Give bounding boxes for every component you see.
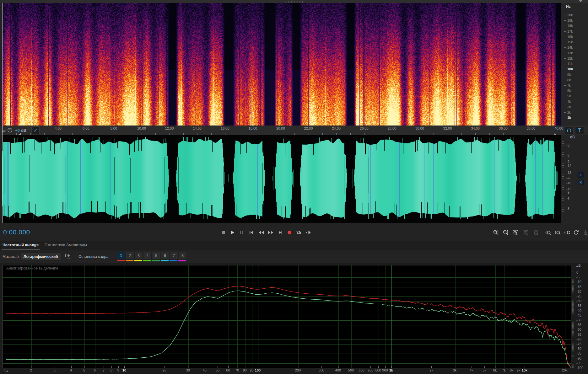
hold-frame-button-4[interactable]: 4 bbox=[143, 252, 152, 259]
waveform-db-label: -3 bbox=[566, 207, 569, 211]
panel-menu-icon[interactable]: ≡ bbox=[34, 243, 36, 248]
ruler-gain-controls: +0 dB bbox=[0, 126, 26, 135]
hold-frame-button-3[interactable]: 3 bbox=[134, 252, 143, 259]
hold-frame-button-2[interactable]: 2 bbox=[126, 252, 134, 259]
hold-frame-button-5[interactable]: 5 bbox=[152, 252, 160, 259]
hz-scale-tick bbox=[564, 112, 566, 113]
zoom-full-vertical-button[interactable] bbox=[581, 229, 588, 236]
waveform-db-label: -12 bbox=[566, 164, 571, 168]
zoom-out-horizontal-button[interactable] bbox=[522, 229, 530, 236]
gain-knob[interactable] bbox=[7, 127, 13, 133]
hz-scale-label: 5k bbox=[567, 94, 571, 98]
channel-left-button[interactable]: L bbox=[578, 172, 584, 178]
plot-db-tick-label: -60 bbox=[576, 328, 581, 331]
spectrogram-display[interactable] bbox=[2, 3, 561, 126]
zoom-time-button[interactable] bbox=[572, 229, 580, 236]
plot-freq-tick bbox=[228, 366, 229, 368]
plot-freq-tick bbox=[512, 366, 512, 368]
hold-frame-button-7[interactable]: 7 bbox=[170, 252, 178, 259]
plot-db-tick-label: -15 bbox=[576, 285, 581, 289]
zoom-in-point-button[interactable]: { bbox=[544, 229, 552, 236]
hz-scale-tick bbox=[564, 26, 566, 26]
play-button[interactable] bbox=[229, 230, 236, 235]
ruler-tick bbox=[364, 133, 364, 135]
fast-forward-button[interactable] bbox=[267, 230, 274, 235]
plot-db-axis: дБ 0-5-10-15-20-25-30-35-40-45-50-55-60-… bbox=[572, 263, 588, 370]
skip-to-end-button[interactable] bbox=[277, 230, 284, 235]
hz-scale-tick bbox=[564, 102, 566, 102]
zoom-selection-button[interactable]: {} bbox=[563, 229, 571, 236]
zoom-in-vertical-button[interactable] bbox=[492, 229, 500, 236]
panel-drag-grip[interactable] bbox=[284, 1, 303, 3]
ruler-tick bbox=[503, 133, 504, 135]
plot-freq-tick-label: 2 bbox=[30, 368, 32, 372]
ruler-time-label: 36:00 bbox=[499, 126, 508, 130]
hz-scale-tick bbox=[564, 58, 566, 59]
waveform-display[interactable] bbox=[2, 135, 561, 223]
hold-frame-button-8[interactable]: 8 bbox=[178, 252, 187, 259]
hz-scale-tick bbox=[564, 37, 566, 37]
scale-dropdown[interactable]: Логарифмический ⌄ bbox=[21, 253, 61, 261]
plot-freq-tick bbox=[472, 366, 472, 368]
gain-value[interactable]: +0 bbox=[15, 128, 20, 133]
ruler-tick bbox=[309, 133, 309, 135]
skip-to-start-button[interactable] bbox=[247, 230, 255, 235]
zoom-time-icon bbox=[574, 230, 580, 236]
plot-freq-tick bbox=[504, 366, 504, 368]
hz-scale-tick bbox=[564, 64, 566, 64]
plot-freq-tick-label: 4k bbox=[470, 368, 473, 372]
panel-tabs-bar: Частотный анализ ≡ Статистика Амплитуды bbox=[0, 241, 588, 251]
time-display[interactable]: 0:00.000 bbox=[3, 228, 30, 236]
timeline-ruler[interactable]: +0 dB 2:004:006:008:0010:0012:0014:0016:… bbox=[0, 126, 588, 135]
loop-playback-button[interactable] bbox=[295, 230, 303, 235]
plot-freq-tick bbox=[391, 366, 391, 368]
playhead-line[interactable] bbox=[2, 3, 3, 223]
zoom-out-point-button[interactable]: } bbox=[553, 229, 561, 236]
copy-graph-button[interactable] bbox=[65, 254, 70, 259]
hz-scale-label: 11k bbox=[567, 62, 573, 66]
zoom-reset-icon bbox=[533, 230, 539, 236]
pause-icon bbox=[239, 230, 244, 235]
zoom-full-vertical-icon bbox=[583, 230, 588, 236]
stop-button[interactable] bbox=[220, 230, 227, 235]
ruler-time-label: 30:00 bbox=[415, 126, 424, 130]
ruler-time-label: 38:00 bbox=[527, 126, 536, 130]
zoom-out-point-icon: } bbox=[554, 230, 560, 236]
tab-amplitude-statistics[interactable]: Статистика Амплитуды bbox=[45, 243, 87, 247]
plot-freq-tick bbox=[370, 366, 371, 368]
rewind-button[interactable] bbox=[257, 230, 265, 235]
hold-frame-button-6[interactable]: 6 bbox=[161, 252, 169, 259]
plot-freq-tick bbox=[495, 366, 495, 368]
ruler-tick bbox=[448, 133, 448, 135]
play-icon bbox=[230, 230, 235, 235]
active-tab-underline bbox=[2, 249, 40, 249]
analyzed-selection-label: Анализированное выделение bbox=[6, 266, 58, 270]
hold-frame-color-bar bbox=[178, 260, 186, 261]
marker-button[interactable] bbox=[575, 126, 584, 134]
ruler-time-label: 34:00 bbox=[471, 126, 480, 130]
hz-scale-label: 3k bbox=[567, 105, 571, 109]
ruler-time-label: 16:00 bbox=[221, 126, 229, 130]
skip-cursor-button[interactable] bbox=[305, 230, 312, 235]
hold-frame-button-1[interactable]: 1 bbox=[117, 252, 125, 259]
channel-right-button[interactable]: R bbox=[578, 180, 584, 185]
headphones-icon bbox=[567, 128, 572, 132]
zoom-in-vertical-icon bbox=[493, 230, 499, 236]
zoom-in-point-icon: { bbox=[545, 230, 551, 236]
plot-frequency-axis: Гц 2345678910203040506070809010020030040… bbox=[0, 366, 588, 374]
tab-frequency-analysis[interactable]: Частотный анализ bbox=[3, 243, 39, 247]
monitor-button[interactable] bbox=[565, 126, 574, 134]
plot-db-ticks bbox=[572, 271, 574, 368]
ruler-time-label: 12:00 bbox=[165, 126, 174, 130]
zoom-in-horizontal-button[interactable] bbox=[511, 229, 520, 236]
hold-frame-color-bar bbox=[161, 260, 169, 261]
zoom-out-vertical-button[interactable] bbox=[501, 229, 510, 236]
plot-db-tick-label: -65 bbox=[576, 333, 581, 336]
pause-button[interactable] bbox=[238, 230, 245, 235]
record-button[interactable] bbox=[286, 230, 293, 235]
zoom-reset-button[interactable] bbox=[532, 229, 540, 236]
waveform-db-label: -18 bbox=[566, 171, 571, 174]
plot-db-tick-label: -75 bbox=[576, 342, 581, 346]
panel-menu-arrow-icon[interactable] bbox=[579, 0, 582, 2]
plot-db-tick-label: -90 bbox=[576, 356, 581, 360]
